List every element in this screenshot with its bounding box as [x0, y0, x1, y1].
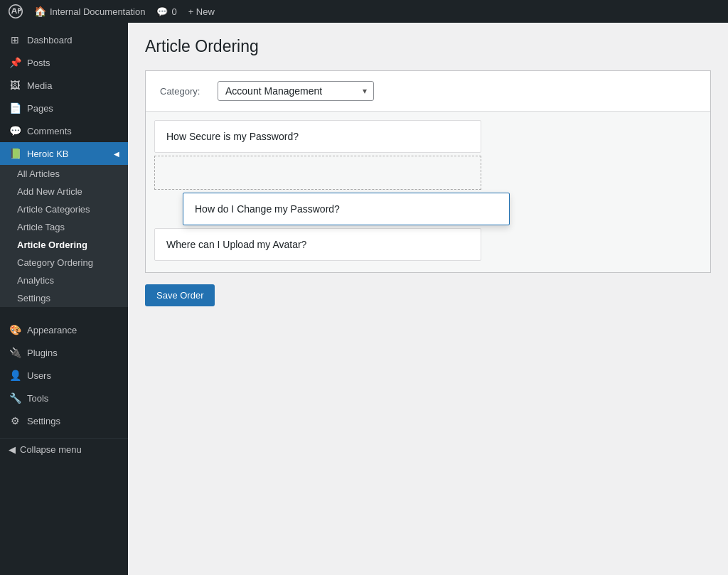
save-order-button[interactable]: Save Order — [145, 284, 215, 306]
category-label: Category: — [160, 86, 206, 97]
sidebar-item-media[interactable]: 🖼 Media — [0, 74, 128, 97]
submenu-article-ordering[interactable]: Article Ordering — [0, 236, 128, 254]
sidebar-item-label: Plugins — [27, 348, 58, 358]
article-item-2-placeholder — [154, 156, 481, 190]
heroickb-submenu: All Articles Add New Article Article Cat… — [0, 165, 128, 307]
article-item-2-floating[interactable]: How do I Change my Password? — [183, 193, 510, 225]
dashboard-icon: ⊞ — [9, 33, 21, 46]
sidebar-item-label: Settings — [27, 416, 60, 426]
sidebar-item-label: Comments — [27, 126, 72, 136]
sidebar-item-tools[interactable]: 🔧 Tools — [0, 387, 128, 409]
comments-link[interactable]: 💬 0 — [156, 6, 176, 17]
plugins-icon: 🔌 — [9, 346, 21, 359]
submenu-article-categories[interactable]: Article Categories — [0, 200, 128, 218]
users-icon: 👤 — [9, 369, 21, 382]
sidebar-item-label: Users — [27, 370, 51, 381]
sidebar-item-label: Posts — [27, 58, 50, 68]
sidebar-item-plugins[interactable]: 🔌 Plugins — [0, 341, 128, 364]
article-item-3[interactable]: Where can I Upload my Avatar? — [154, 228, 481, 261]
collapse-icon: ◀ — [9, 444, 16, 455]
sidebar-item-posts[interactable]: 📌 Posts — [0, 51, 128, 74]
media-icon: 🖼 — [9, 79, 21, 92]
sidebar-item-label: Media — [27, 80, 52, 91]
content-box: Category: Account Management Getting Sta… — [145, 70, 711, 273]
wp-logo[interactable] — [9, 4, 23, 18]
settings-icon: ⚙ — [9, 414, 21, 427]
submenu-add-new-article[interactable]: Add New Article — [0, 183, 128, 200]
category-select-wrapper: Account Management Getting Started Troub… — [218, 81, 374, 101]
sidebar-item-dashboard[interactable]: ⊞ Dashboard — [0, 28, 128, 51]
submenu-category-ordering[interactable]: Category Ordering — [0, 254, 128, 272]
comments-icon: 💬 — [9, 124, 21, 137]
layout: ⊞ Dashboard 📌 Posts 🖼 Media 📄 Pages 💬 Co… — [0, 23, 728, 575]
sidebar-item-label: Heroic KB — [27, 149, 69, 159]
submenu-article-tags[interactable]: Article Tags — [0, 218, 128, 236]
posts-icon: 📌 — [9, 56, 21, 69]
tools-icon: 🔧 — [9, 392, 21, 404]
sidebar-main-section: ⊞ Dashboard 📌 Posts 🖼 Media 📄 Pages 💬 Co… — [0, 23, 128, 466]
category-row: Category: Account Management Getting Sta… — [146, 71, 710, 112]
heroickb-arrow: ◀ — [114, 150, 119, 158]
appearance-icon: 🎨 — [9, 323, 21, 336]
sidebar-item-label: Pages — [27, 103, 53, 114]
pages-icon: 📄 — [9, 102, 21, 114]
sidebar-item-appearance[interactable]: 🎨 Appearance — [0, 318, 128, 341]
collapse-menu[interactable]: ◀ Collapse menu — [0, 438, 128, 461]
articles-container: How Secure is my Password? How do I Chan… — [146, 112, 710, 272]
sidebar-item-users[interactable]: 👤 Users — [0, 364, 128, 387]
sidebar-item-label: Dashboard — [27, 35, 73, 45]
page-title: Article Ordering — [145, 37, 711, 56]
article-item-1[interactable]: How Secure is my Password? — [154, 120, 481, 153]
new-link[interactable]: + New — [188, 6, 215, 17]
sidebar-item-settings[interactable]: ⚙ Settings — [0, 409, 128, 432]
submenu-analytics[interactable]: Analytics — [0, 272, 128, 289]
submenu-settings[interactable]: Settings — [0, 289, 128, 307]
sidebar: ⊞ Dashboard 📌 Posts 🖼 Media 📄 Pages 💬 Co… — [0, 23, 128, 575]
sidebar-item-pages[interactable]: 📄 Pages — [0, 97, 128, 119]
main-content: Article Ordering Category: Account Manag… — [128, 23, 728, 575]
sidebar-item-heroickb[interactable]: 📗 Heroic KB ◀ — [0, 142, 128, 165]
site-name[interactable]: 🏠 Internal Documentation — [34, 6, 145, 17]
topbar: 🏠 Internal Documentation 💬 0 + New — [0, 0, 728, 23]
submenu-all-articles[interactable]: All Articles — [0, 165, 128, 183]
sidebar-item-comments[interactable]: 💬 Comments — [0, 119, 128, 142]
category-select[interactable]: Account Management Getting Started Troub… — [218, 81, 374, 101]
sidebar-item-label: Tools — [27, 393, 48, 404]
sidebar-item-label: Appearance — [27, 325, 77, 335]
heroickb-icon: 📗 — [9, 147, 21, 160]
